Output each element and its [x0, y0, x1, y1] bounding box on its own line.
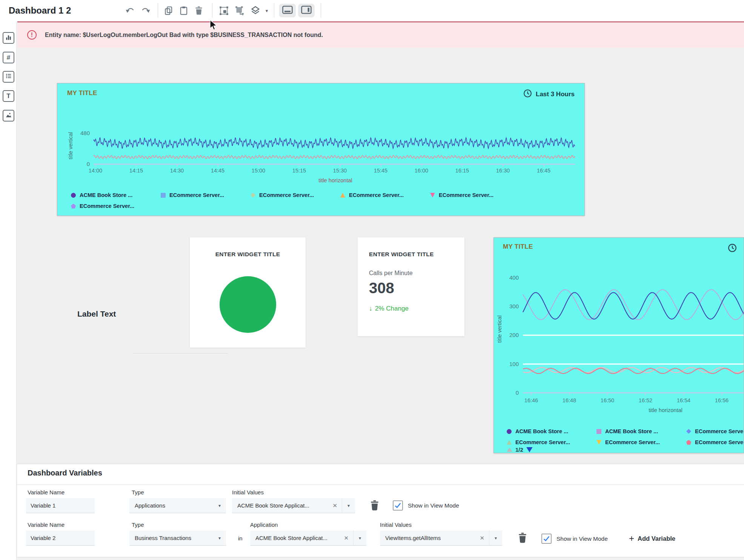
- toggle-right-panel-button[interactable]: [298, 4, 315, 17]
- toolbar-separator: [158, 3, 158, 17]
- sidebar-item-chart-widget[interactable]: [3, 32, 14, 44]
- x-axis-title: title horizontal: [318, 177, 352, 183]
- x-tick-label: 16:00: [415, 168, 428, 174]
- sidebar-item-number-widget[interactable]: #: [3, 52, 14, 63]
- legend-item[interactable]: ACME Book Store ...: [507, 428, 596, 434]
- layers-menu-caret[interactable]: ▾: [263, 5, 271, 16]
- sidebar-item-text-widget[interactable]: T: [3, 90, 14, 102]
- add-variable-label: Add Variable: [638, 535, 675, 542]
- page-down-icon[interactable]: [526, 447, 533, 452]
- legend-item[interactable]: ECommerce Server...: [340, 192, 430, 198]
- redo-button[interactable]: [140, 5, 151, 16]
- timeseries-chart-widget-1[interactable]: MY TITLE Last 3 Hours 14:0014:1514:3014:…: [57, 83, 585, 216]
- legend-item[interactable]: ECommerce Server...: [507, 439, 596, 445]
- copy-button[interactable]: [163, 5, 174, 16]
- show-in-view-mode-label: Show in View Mode: [556, 535, 608, 542]
- divider: [17, 485, 744, 485]
- x-tick-label: 16:50: [601, 397, 614, 403]
- metric-widget[interactable]: ENTER WIDGET TITLE Calls per Minute 308 …: [358, 237, 464, 336]
- x-tick-label: 15:00: [252, 168, 265, 174]
- triangle-up-marker-icon: [340, 193, 345, 198]
- timeseries-chart-widget-2[interactable]: MY TITLE 16:4616:4816:5016:5216:5416:564…: [493, 237, 744, 453]
- legend-label: ACME Book Store ...: [80, 192, 132, 198]
- legend-item[interactable]: ECommerce Server...: [430, 192, 520, 198]
- type-select[interactable]: Business Transactions ▾: [129, 531, 226, 546]
- widget-title: ENTER WIDGET TITLE: [190, 251, 306, 258]
- group-icon: [219, 6, 229, 16]
- undo-button[interactable]: [125, 5, 136, 16]
- page-indicator: 1/2: [515, 446, 523, 453]
- in-label: in: [238, 535, 243, 542]
- y-tick-label: 200: [509, 332, 519, 338]
- label-text-widget[interactable]: Label Text: [77, 309, 116, 318]
- y-tick-label: 300: [509, 303, 519, 309]
- initial-values-chip[interactable]: ACME Book Store Applicat... ✕ ▾: [232, 498, 355, 513]
- x-tick-label: 16:30: [496, 168, 510, 174]
- group-button[interactable]: [218, 5, 229, 16]
- variable-name-input[interactable]: [26, 498, 95, 513]
- legend-label: ACME Book Store ...: [515, 428, 568, 434]
- toolbar-separator: [212, 3, 212, 17]
- delete-variable-button[interactable]: [517, 532, 528, 545]
- text-icon: T: [6, 92, 10, 100]
- paste-button[interactable]: [178, 5, 189, 16]
- sidebar-item-image-widget[interactable]: [3, 110, 14, 122]
- diamond-marker-icon: [251, 193, 255, 198]
- delete-button[interactable]: [193, 5, 204, 16]
- legend-item[interactable]: ECommerce Server...: [686, 439, 744, 445]
- toggle-bottom-panel-button[interactable]: [279, 4, 296, 17]
- list-icon: [5, 72, 12, 81]
- legend-item[interactable]: ECommerce Server...: [686, 428, 744, 434]
- add-variable-button[interactable]: + Add Variable: [629, 533, 675, 544]
- x-tick-label: 15:45: [374, 168, 387, 174]
- variable-name-label: Variable Name: [28, 522, 65, 528]
- variable-name-input[interactable]: [26, 531, 95, 546]
- initial-values-label: Initial Values: [232, 489, 264, 495]
- initial-values-chip[interactable]: ViewItems.getAllItems ✕ ▾: [380, 531, 502, 546]
- type-select-value: Applications: [135, 502, 165, 509]
- x-tick-label: 15:30: [333, 168, 347, 174]
- layers-button[interactable]: [250, 5, 261, 16]
- caret-down-icon[interactable]: ▾: [489, 535, 502, 541]
- legend-item[interactable]: ACME Book Store ...: [71, 192, 161, 198]
- application-chip[interactable]: ACME Book Store Applicat... ✕ ▾: [250, 531, 366, 546]
- legend-item[interactable]: ACME Book Store ...: [596, 428, 686, 434]
- pie-chart-widget[interactable]: ENTER WIDGET TITLE: [190, 237, 306, 348]
- y-axis-title: title vertical: [68, 132, 74, 160]
- application-label: Application: [250, 522, 278, 528]
- x-tick-label: 16:45: [537, 168, 550, 174]
- remove-value-icon[interactable]: ✕: [475, 535, 489, 542]
- image-icon: [5, 111, 12, 120]
- caret-down-icon: ▾: [266, 8, 268, 14]
- redo-icon: [140, 6, 151, 16]
- hash-icon: #: [7, 54, 10, 62]
- undo-icon: [125, 6, 135, 16]
- remove-value-icon[interactable]: ✕: [339, 535, 353, 542]
- dashboard-variables-panel: Dashboard Variables Variable Name Type A…: [17, 464, 744, 557]
- legend-item[interactable]: ECommerce Server...: [71, 203, 161, 209]
- triangle-down-marker-icon: [596, 440, 601, 445]
- legend-item[interactable]: ECommerce Server...: [596, 439, 686, 445]
- caret-down-icon[interactable]: ▾: [342, 503, 355, 508]
- diamond-marker-icon: [686, 429, 691, 434]
- panel-title: Dashboard Variables: [28, 469, 102, 477]
- sidebar-item-list-widget[interactable]: [3, 71, 14, 83]
- legend-label: ECommerce Server...: [259, 192, 314, 198]
- square-marker-icon: [596, 429, 601, 434]
- metric-change-label: 2% Change: [375, 305, 409, 312]
- legend-label: ECommerce Server...: [695, 439, 744, 445]
- ungroup-button[interactable]: [234, 5, 245, 16]
- caret-down-icon[interactable]: ▾: [354, 535, 366, 541]
- dashboard-editor: Dashboard 1 2 ▾: [0, 0, 744, 560]
- legend-item[interactable]: ECommerce Server...: [251, 192, 340, 198]
- remove-value-icon[interactable]: ✕: [328, 502, 342, 509]
- delete-variable-button[interactable]: [369, 500, 380, 512]
- page-up-icon[interactable]: [507, 448, 512, 452]
- show-in-view-mode-checkbox[interactable]: [393, 500, 403, 511]
- legend-label: ECommerce Server...: [169, 192, 224, 198]
- show-in-view-mode-label: Show in View Mode: [408, 502, 459, 509]
- type-select[interactable]: Applications ▾: [129, 498, 226, 513]
- show-in-view-mode-checkbox[interactable]: [541, 534, 552, 544]
- ungroup-icon: [235, 6, 245, 16]
- legend-item[interactable]: ECommerce Server...: [161, 192, 251, 198]
